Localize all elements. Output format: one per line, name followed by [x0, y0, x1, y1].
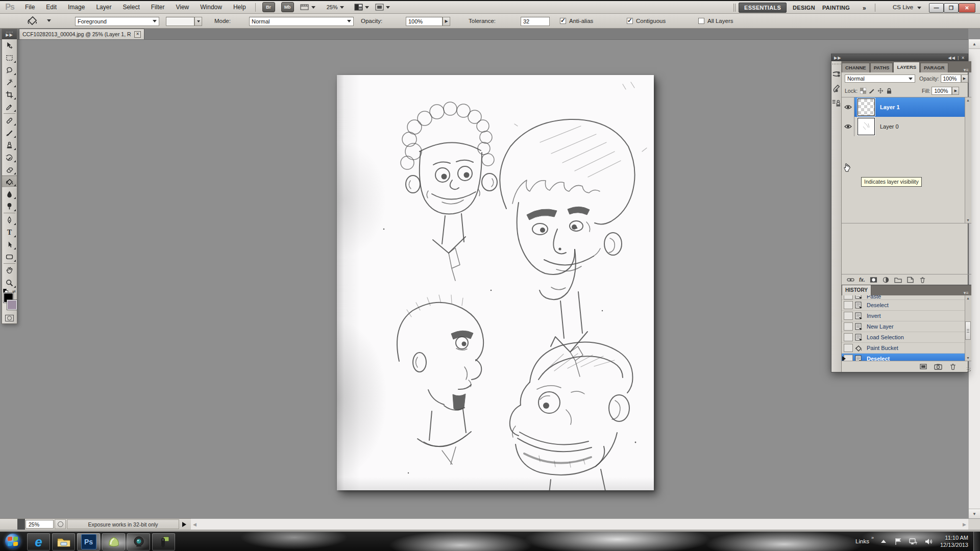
tool-move[interactable]	[2, 39, 17, 52]
history-source-checkbox[interactable]	[844, 312, 853, 320]
tolerance-field[interactable]: 32	[521, 17, 550, 26]
scrollbar-thumb[interactable]	[965, 321, 971, 340]
show-desktop-button[interactable]	[973, 532, 980, 551]
collapse-dock-icon[interactable]: ◀◀ ∣ ✕	[948, 56, 965, 60]
tools-panel-header[interactable]: ▶▶	[2, 29, 17, 39]
new-group-icon[interactable]	[894, 277, 902, 283]
layer1-visibility-toggle[interactable]	[842, 97, 854, 117]
menu-filter[interactable]: Filter	[145, 1, 170, 13]
opacity-spinner[interactable]: ▶	[443, 17, 450, 26]
layer-fill-field[interactable]: 100%	[932, 87, 952, 95]
pattern-swatch[interactable]	[166, 17, 194, 26]
panel-resize-grip[interactable]	[967, 367, 971, 371]
history-scrollbar[interactable]: ▲ ▼	[965, 295, 971, 361]
tool-history-brush[interactable]	[2, 151, 17, 163]
minimize-button[interactable]: —	[929, 3, 944, 13]
history-item-invert[interactable]: Invert	[842, 311, 971, 321]
screen-mode-button[interactable]	[375, 4, 390, 11]
scroll-down-icon[interactable]: ▼	[966, 218, 970, 222]
history-item-load-selection[interactable]: Load Selection	[842, 332, 971, 343]
history-source-checkbox[interactable]	[844, 322, 853, 331]
menu-help[interactable]: Help	[228, 1, 252, 13]
tool-zoom[interactable]	[2, 277, 17, 289]
tool-pen[interactable]	[2, 214, 17, 226]
history-source-checkbox[interactable]	[844, 295, 853, 299]
document-tab[interactable]: CCF10282013_00004.jpg @ 25% (Layer 1, RG…	[19, 29, 144, 39]
lock-transparency-icon[interactable]	[860, 88, 866, 94]
scroll-down-icon[interactable]: ▼	[966, 356, 970, 360]
restore-button[interactable]: ❐	[944, 3, 959, 13]
background-color-swatch[interactable]	[7, 300, 17, 310]
history-item-deselect1[interactable]: Deselect	[842, 300, 971, 311]
fill-source-dropdown[interactable]: Foreground	[75, 17, 159, 26]
scroll-down-icon[interactable]: ▼	[969, 509, 980, 518]
tool-preset-picker[interactable]	[27, 15, 38, 28]
action-center-flag-icon[interactable]	[894, 538, 902, 545]
antialias-checkbox[interactable]	[560, 18, 566, 24]
scroll-left-icon[interactable]: ◀	[193, 522, 197, 527]
network-icon[interactable]	[909, 538, 918, 545]
volume-icon[interactable]	[925, 538, 933, 545]
tool-eraser[interactable]	[2, 163, 17, 176]
menu-file[interactable]: File	[19, 1, 40, 13]
pattern-swatch-arrow[interactable]	[194, 17, 202, 26]
start-button[interactable]	[1, 533, 24, 550]
swatches-panel-icon[interactable]	[831, 69, 841, 79]
tab-channels[interactable]: CHANNE	[842, 63, 870, 72]
tool-paint-bucket[interactable]	[2, 176, 17, 188]
brushes-panel-icon[interactable]	[831, 84, 841, 93]
taskbar-app-green[interactable]	[102, 533, 126, 551]
new-document-from-state-icon[interactable]	[919, 363, 927, 370]
taskbar-photoshop[interactable]: Ps	[77, 533, 101, 551]
tab-paths[interactable]: PATHS	[870, 63, 893, 72]
taskbar-clock[interactable]: 11:10 AM 12/13/2013	[940, 534, 968, 548]
tool-eyedropper[interactable]	[2, 101, 17, 113]
layer-fill-spinner[interactable]: ▶	[952, 87, 959, 95]
lock-all-icon[interactable]	[886, 88, 892, 94]
history-source-checkbox[interactable]	[844, 344, 853, 352]
scroll-up-icon[interactable]: ▲	[966, 296, 970, 300]
links-toolbar[interactable]: Links	[855, 538, 869, 544]
tab-layers[interactable]: LAYERS	[893, 62, 920, 72]
layer-row-layer1[interactable]: Layer 1	[842, 97, 971, 117]
layer1-name[interactable]: Layer 1	[880, 104, 900, 110]
tool-spot-healing-brush[interactable]	[2, 114, 17, 127]
close-button[interactable]: ✕	[959, 3, 975, 13]
cs-live-button[interactable]: CS Live	[893, 4, 913, 10]
layer-row-layer0[interactable]: Layer 0	[842, 117, 971, 136]
tool-dodge[interactable]	[2, 200, 17, 212]
layer0-name[interactable]: Layer 0	[880, 123, 899, 130]
tool-clone-stamp[interactable]	[2, 139, 17, 151]
history-item-new-layer[interactable]: New Layer	[842, 321, 971, 332]
tool-blur[interactable]	[2, 188, 17, 200]
layer-opacity-field[interactable]: 100%	[941, 74, 961, 83]
history-item-deselect2-selected[interactable]: Deselect	[842, 354, 971, 361]
menu-image[interactable]: Image	[62, 1, 90, 13]
tab-history[interactable]: HISTORY	[842, 285, 871, 295]
history-source-checkbox[interactable]	[844, 333, 853, 341]
panel-menu-icon[interactable]: ▾≡	[961, 67, 971, 72]
tool-hand[interactable]	[2, 264, 17, 277]
tool-magic-wand[interactable]	[2, 76, 17, 88]
menu-edit[interactable]: Edit	[40, 1, 62, 13]
zoom-level-value[interactable]: 25%	[327, 4, 338, 10]
menu-select[interactable]: Select	[117, 1, 145, 13]
document-close-icon[interactable]: ✕	[134, 31, 141, 38]
tool-path-selection[interactable]	[2, 238, 17, 251]
taskbar-camcorder-app[interactable]	[152, 533, 176, 551]
layer-opacity-spinner[interactable]: ▶	[961, 74, 968, 83]
links-overflow-chevron[interactable]: »	[871, 535, 874, 540]
dock-header[interactable]: ▶▶ ◀◀ ∣ ✕	[831, 54, 968, 61]
mode-dropdown[interactable]: Normal	[249, 17, 354, 26]
tool-rectangular-marquee[interactable]	[2, 52, 17, 64]
canvas-document[interactable]	[337, 75, 654, 490]
launch-mini-bridge-button[interactable]: Mb	[281, 2, 294, 12]
layer0-visibility-toggle[interactable]	[842, 117, 854, 136]
arrange-documents-button[interactable]	[354, 4, 369, 11]
opacity-field[interactable]: 100%	[406, 17, 443, 26]
launch-bridge-button[interactable]: Br	[262, 2, 275, 12]
canvas-horizontal-scrollbar[interactable]: ◀ ▶	[191, 518, 968, 530]
new-layer-icon[interactable]	[906, 277, 914, 283]
adjustment-layer-icon[interactable]	[882, 277, 890, 283]
default-colors-icon[interactable]	[3, 289, 7, 293]
